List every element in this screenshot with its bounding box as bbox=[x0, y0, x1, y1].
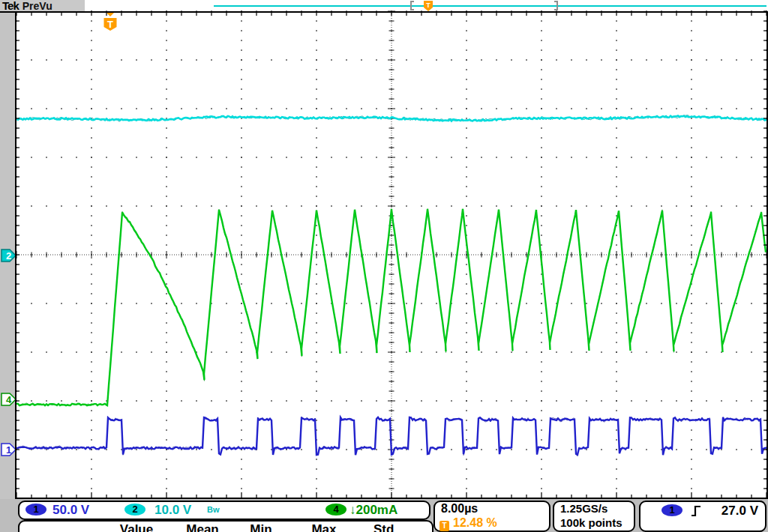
channel-marker-label: 2 bbox=[6, 250, 11, 262]
rising-edge-icon bbox=[690, 505, 702, 517]
trigger-position-percent: 12.48 % bbox=[453, 516, 497, 529]
bandwidth-limit-icon: Bw bbox=[207, 505, 220, 514]
acquisition-mode-label: PreVu bbox=[22, 0, 52, 12]
trigger-source-badge: 1 bbox=[662, 504, 682, 516]
horizontal-box[interactable]: 8.00µs T12.48 % bbox=[434, 501, 550, 532]
brand-area: Tek PreVu bbox=[0, 0, 85, 11]
channel-2-scale: 10.0 V bbox=[154, 503, 191, 518]
trigger-t-icon: T bbox=[440, 521, 449, 531]
trigger-level: 27.0 V bbox=[722, 504, 758, 519]
tek-logo: Tek bbox=[2, 0, 19, 12]
measurement-header: Min bbox=[250, 522, 272, 532]
measurement-header: Std Dev bbox=[374, 522, 412, 532]
channel-marker-label: 1 bbox=[6, 444, 11, 456]
measurement-table-header: ValueMeanMinMaxStd Dev bbox=[18, 520, 434, 532]
channel-marker-label: 4 bbox=[6, 394, 12, 405]
measurement-header: Mean bbox=[186, 522, 218, 532]
channel-2-badge[interactable]: 2 bbox=[124, 504, 146, 516]
measurement-header: Max bbox=[311, 522, 336, 532]
sample-rate: 1.25GS/s bbox=[560, 502, 608, 515]
channel-1-scale: 50.0 V bbox=[52, 503, 89, 518]
channel-4-scale: ↓200mA bbox=[350, 503, 398, 518]
channel-1-badge[interactable]: 1 bbox=[26, 504, 46, 516]
channel-4-badge[interactable]: 4 bbox=[326, 504, 346, 516]
channel-readout-box[interactable]: 1 50.0 V 2 10.0 V Bw 4 ↓200mA bbox=[18, 501, 430, 520]
waveform-display: 241T bbox=[0, 0, 768, 501]
oscilloscope-screen: 241T T Tek PreVu 1 50.0 V 2 10.0 V Bw 4 … bbox=[0, 0, 768, 532]
record-length: 100k points bbox=[560, 516, 622, 529]
trigger-box[interactable]: 1 27.0 V bbox=[639, 501, 766, 532]
acquisition-box[interactable]: 1.25GS/s 100k points bbox=[553, 501, 635, 532]
top-bar: T Tek PreVu bbox=[0, 0, 768, 11]
trigger-flag-label: T bbox=[107, 19, 113, 30]
record-view-strip[interactable]: T bbox=[0, 0, 768, 12]
trigger-position-readout: T12.48 % bbox=[440, 516, 497, 531]
record-trigger-label: T bbox=[426, 1, 430, 9]
status-bar: 1 50.0 V 2 10.0 V Bw 4 ↓200mA ValueMeanM… bbox=[0, 499, 768, 532]
measurement-header: Value bbox=[120, 522, 153, 532]
horizontal-scale: 8.00µs bbox=[441, 502, 478, 516]
